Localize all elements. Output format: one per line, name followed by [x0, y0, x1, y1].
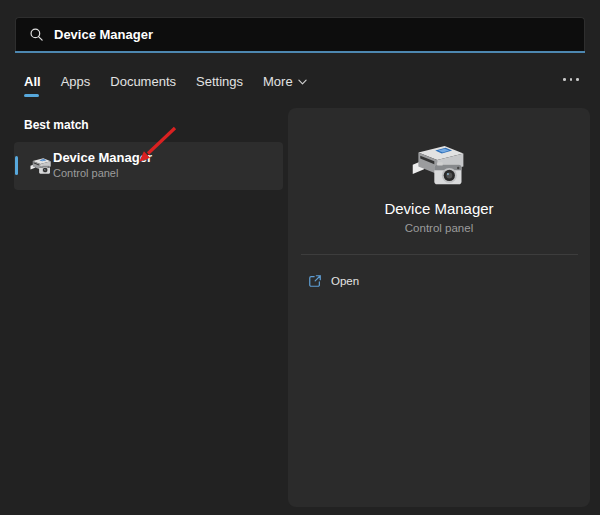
windows-search-window: { "search": { "value": "Device Manager",… — [0, 0, 600, 515]
search-input[interactable] — [54, 27, 571, 42]
preview-subtitle: Control panel — [288, 222, 590, 234]
device-manager-icon — [29, 156, 53, 177]
tab-documents[interactable]: Documents — [110, 74, 176, 89]
tab-apps[interactable]: Apps — [61, 74, 91, 89]
search-underline — [15, 51, 585, 54]
preview-panel: Device Manager Control panel Open — [288, 108, 590, 507]
tab-settings[interactable]: Settings — [196, 74, 243, 89]
best-match-section-label: Best match — [24, 118, 89, 132]
search-icon — [29, 27, 44, 42]
search-filter-tabs: All Apps Documents Settings More — [24, 74, 307, 89]
result-title: Device Manager — [53, 150, 152, 165]
chevron-down-icon — [298, 79, 307, 85]
tab-all[interactable]: All — [24, 74, 41, 89]
preview-title: Device Manager — [288, 200, 590, 217]
more-options-ellipsis-icon[interactable] — [563, 78, 579, 81]
tab-more[interactable]: More — [263, 74, 307, 89]
result-subtitle: Control panel — [53, 167, 118, 179]
best-match-result-device-manager[interactable]: Device Manager Control panel — [14, 142, 283, 190]
open-label: Open — [331, 275, 359, 287]
search-bar[interactable] — [15, 17, 585, 51]
open-external-icon — [308, 274, 322, 288]
divider — [301, 254, 578, 255]
device-manager-icon — [409, 140, 469, 193]
active-tab-indicator — [24, 94, 39, 97]
selection-accent-bar — [15, 156, 18, 175]
open-action[interactable]: Open — [300, 268, 367, 294]
